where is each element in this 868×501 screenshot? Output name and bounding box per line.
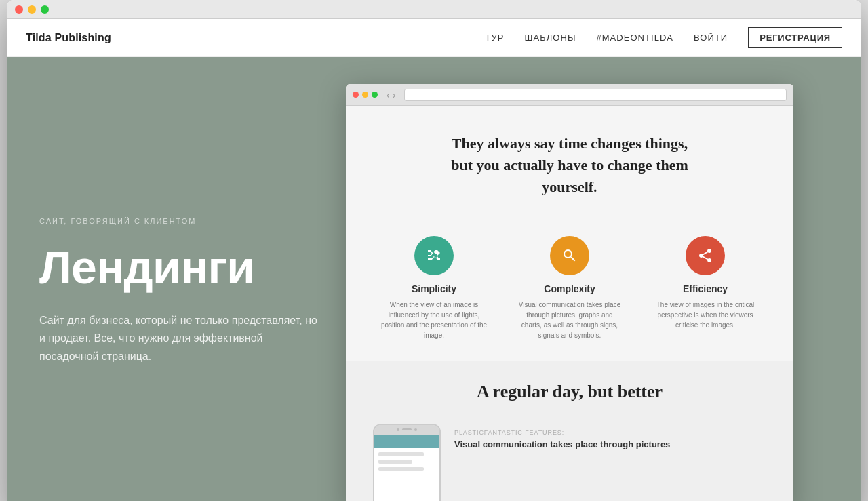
phone-header — [374, 435, 439, 448]
site-logo[interactable]: Tilda Publishing — [26, 32, 111, 44]
browser-address-bar[interactable] — [404, 89, 787, 101]
efficiency-title: Efficiency — [683, 283, 728, 294]
phone-content — [374, 448, 439, 501]
nav-links: ТУР ШАБЛОНЫ #MADEONTILDA ВОЙТИ РЕГИСТРАЦ… — [486, 27, 843, 48]
app-window: Tilda Publishing ТУР ШАБЛОНЫ #MADEONTILD… — [7, 0, 861, 501]
browser-minimize-dot — [362, 92, 368, 98]
titlebar — [7, 0, 861, 19]
browser-mockup: ‹ › They always say time changes things,… — [346, 84, 793, 501]
share-icon — [697, 247, 713, 264]
browser-content: They always say time changes things, but… — [346, 106, 793, 501]
feature-efficiency: Efficiency The view of images in the cri… — [651, 236, 760, 330]
phone-mockup — [373, 424, 441, 501]
complexity-icon-circle — [550, 236, 589, 275]
main-heading: Лендинги — [39, 244, 319, 290]
phone-screen — [374, 435, 439, 501]
browser-maximize-dot — [372, 92, 378, 98]
left-panel: САЙТ, ГОВОРЯЩИЙ С КЛИЕНТОМ Лендинги Сайт… — [7, 57, 346, 501]
phone-topbar — [374, 425, 439, 435]
simplicity-desc: When the view of an image is influenced … — [380, 300, 488, 340]
browser-close-dot — [353, 92, 359, 98]
browser-forward-icon[interactable]: › — [393, 89, 396, 100]
phone-text-title: Visual communication takes place through… — [454, 439, 766, 451]
subtitle-label: САЙТ, ГОВОРЯЩИЙ С КЛИЕНТОМ — [39, 217, 319, 225]
phone-bar-3 — [378, 467, 424, 471]
nav-link-madeontilda[interactable]: #MADEONTILDA — [596, 33, 673, 43]
maximize-button[interactable] — [41, 5, 49, 14]
simplicity-icon-circle — [414, 236, 454, 275]
nav-link-tour[interactable]: ТУР — [486, 33, 505, 43]
phone-speaker — [402, 428, 412, 430]
browser-back-icon[interactable]: ‹ — [387, 89, 390, 100]
quote-text: They always say time changes things, but… — [441, 133, 698, 198]
search-icon — [561, 247, 578, 264]
features-section: Simplicity When the view of an image is … — [346, 222, 793, 361]
shuffle-icon — [426, 247, 442, 264]
regular-day-title: A regular day, but better — [373, 382, 766, 402]
efficiency-desc: The view of images in the critical persp… — [651, 300, 760, 330]
phone-dot — [397, 428, 399, 431]
quote-section: They always say time changes things, but… — [346, 106, 793, 222]
feature-complexity: Complexity Visual communication takes pl… — [515, 236, 624, 340]
register-button[interactable]: РЕГИСТРАЦИЯ — [748, 27, 842, 48]
complexity-desc: Visual communication takes place through… — [515, 300, 624, 340]
nav-link-templates[interactable]: ШАБЛОНЫ — [525, 33, 576, 43]
phone-bar-1 — [378, 452, 424, 456]
browser-topbar: ‹ › — [346, 84, 793, 106]
regular-day-section: A regular day, but better — [346, 361, 793, 413]
main-description: Сайт для бизнеса, который не только пред… — [39, 312, 319, 365]
simplicity-title: Simplicity — [412, 283, 456, 294]
navbar: Tilda Publishing ТУР ШАБЛОНЫ #MADEONTILD… — [7, 19, 861, 57]
close-button[interactable] — [15, 5, 23, 14]
phone-text-block: PLASTICFANTASTIC features: Visual commun… — [454, 424, 766, 451]
minimize-button[interactable] — [28, 5, 36, 14]
phone-bar-2 — [378, 460, 412, 464]
complexity-title: Complexity — [544, 283, 595, 294]
nav-link-login[interactable]: ВОЙТИ — [694, 33, 728, 43]
feature-simplicity: Simplicity When the view of an image is … — [380, 236, 488, 340]
efficiency-icon-circle — [686, 236, 725, 275]
phone-section: PLASTICFANTASTIC features: Visual commun… — [346, 413, 793, 501]
main-content: САЙТ, ГОВОРЯЩИЙ С КЛИЕНТОМ Лендинги Сайт… — [7, 57, 861, 501]
phone-dot2 — [414, 428, 417, 431]
phone-text-label: PLASTICFANTASTIC features: — [454, 429, 766, 436]
browser-nav: ‹ › — [387, 89, 395, 100]
right-panel: ‹ › They always say time changes things,… — [346, 57, 861, 501]
